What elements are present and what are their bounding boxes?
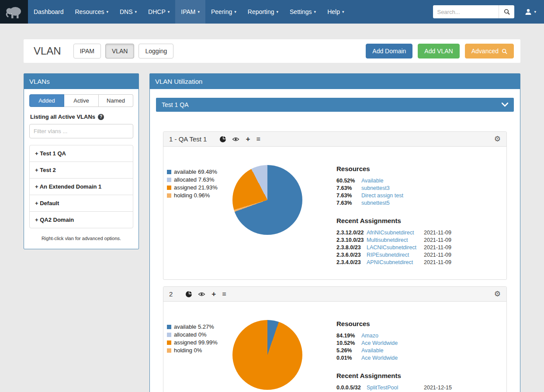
- pie-chart: [232, 320, 302, 390]
- plus-icon[interactable]: +: [246, 135, 250, 143]
- add-domain-button[interactable]: Add Domain: [366, 44, 412, 58]
- vlan-list-item[interactable]: + QA2 Domain: [30, 212, 133, 228]
- nav-item-peering[interactable]: Peering▾: [205, 0, 242, 24]
- assignments-list: 2.3.12.0/22AfriNICsubnetdirect2021-11-09…: [336, 229, 502, 266]
- assignment-link[interactable]: SplitTestPool: [367, 384, 424, 392]
- nav-item-label: IPAM: [181, 8, 195, 15]
- resource-link[interactable]: Available: [361, 347, 384, 354]
- resource-link[interactable]: subnettest3: [361, 185, 390, 192]
- resource-link[interactable]: Amazo: [361, 332, 378, 340]
- navbar: DashboardResources▾DNS▾DHCP▾IPAM▾Peering…: [0, 0, 544, 24]
- segment-named[interactable]: Named: [99, 94, 133, 107]
- pie-chart-icon[interactable]: [220, 136, 226, 142]
- vlan-list-item[interactable]: + Test 1 QA: [30, 145, 133, 162]
- segment-added[interactable]: Added: [29, 94, 64, 107]
- listing-label: Listing all Active VLANs: [30, 113, 95, 120]
- domain-section-header[interactable]: Test 1 QA: [156, 98, 514, 112]
- assignment-cidr: 2.3.12.0/22: [336, 229, 367, 237]
- menu-icon[interactable]: ≡: [256, 136, 260, 143]
- tab-logging[interactable]: Logging: [139, 44, 173, 58]
- search-input[interactable]: [433, 5, 499, 18]
- app-logo[interactable]: [0, 0, 28, 24]
- assignment-link[interactable]: Multisubnetdirect: [367, 237, 424, 244]
- tab-ipam[interactable]: IPAM: [73, 44, 101, 58]
- nav-item-label: Settings: [290, 8, 312, 15]
- assignment-cidr: 2.3.10.0/23: [336, 237, 367, 244]
- assignment-link[interactable]: LACNICsubnetdirect: [367, 244, 424, 251]
- nav-item-label: DNS: [120, 8, 133, 15]
- resources-list: 84.19%Amazo10.52%Ace Worldwide5.26%Avail…: [336, 332, 502, 362]
- legend-label: available 69.48%: [174, 168, 217, 175]
- nav-item-label: Peering: [211, 8, 232, 15]
- card-title: 1 - QA Test 1: [169, 135, 207, 143]
- add-vlan-button[interactable]: Add VLAN: [418, 44, 459, 58]
- tab-vlan[interactable]: VLAN: [105, 44, 135, 58]
- search-icon: [502, 48, 507, 54]
- assignments-list: 0.0.0.5/32SplitTestPool2021-12-150.0.0.6…: [336, 384, 502, 392]
- assignment-link[interactable]: APNICsubnetdirect: [367, 259, 424, 266]
- vlan-card-body: available 69.48%allocated 7.63%assigned …: [163, 147, 506, 279]
- resource-row: 10.52%Ace Worldwide: [336, 340, 502, 347]
- domain-section-title: Test 1 QA: [162, 101, 188, 108]
- eye-icon[interactable]: [198, 292, 205, 297]
- legend-item: assigned 21.93%: [167, 184, 232, 191]
- recent-assignments-heading: Recent Assignments: [336, 372, 502, 379]
- resource-percent: 7.63%: [336, 185, 361, 192]
- nav-item-settings[interactable]: Settings▾: [284, 0, 322, 24]
- search-button[interactable]: [499, 5, 514, 18]
- vlan-filter-segments: AddedActiveNamed: [29, 94, 133, 107]
- user-menu[interactable]: ▾: [520, 8, 541, 15]
- vlan-list-item[interactable]: + Test 2: [30, 162, 133, 179]
- vlan-list-item[interactable]: + An Extended Domain 1: [30, 179, 133, 195]
- nav-item-label: Resources: [75, 8, 104, 15]
- nav-item-ipam[interactable]: IPAM▾: [175, 0, 205, 24]
- legend-item: available 69.48%: [167, 168, 232, 175]
- nav-item-dashboard[interactable]: Dashboard: [28, 0, 69, 24]
- resource-link[interactable]: Available: [361, 177, 384, 185]
- content-columns: VLANs AddedActiveNamed Listing all Activ…: [24, 73, 520, 392]
- resource-percent: 5.26%: [336, 347, 361, 354]
- assignment-row: 2.3.6.0/23RIPEsubnetdirect2021-11-09: [336, 251, 502, 259]
- assignment-link[interactable]: RIPEsubnetdirect: [367, 251, 424, 259]
- pie-legend: available 69.48%allocated 7.63%assigned …: [167, 168, 232, 200]
- resource-link[interactable]: Ace Worldwide: [361, 340, 398, 347]
- assignment-row: 2.3.12.0/22AfriNICsubnetdirect2021-11-09: [336, 229, 502, 237]
- resource-link[interactable]: subnettest5: [361, 199, 390, 207]
- legend-label: available 5.27%: [174, 323, 214, 330]
- chevron-down-icon: ▾: [135, 10, 137, 14]
- nav-item-resources[interactable]: Resources▾: [69, 0, 114, 24]
- gear-icon[interactable]: ⚙: [494, 290, 501, 298]
- assignment-cidr: 2.3.8.0/23: [336, 244, 367, 251]
- help-icon[interactable]: ?: [98, 114, 104, 120]
- resource-row: 0.01%Ace Worldwide: [336, 354, 502, 362]
- menu-icon[interactable]: ≡: [222, 291, 226, 298]
- vlan-list: + Test 1 QA+ Test 2+ An Extended Domain …: [29, 145, 133, 228]
- resource-link[interactable]: Ace Worldwide: [361, 354, 398, 362]
- header-actions: Add DomainAdd VLANAdvanced: [366, 44, 514, 58]
- advanced-button[interactable]: Advanced: [465, 44, 514, 58]
- card-toolbar: + ≡: [186, 290, 226, 298]
- nav-item-help[interactable]: Help▾: [322, 0, 350, 24]
- nav-item-dhcp[interactable]: DHCP▾: [142, 0, 175, 24]
- gear-icon[interactable]: ⚙: [494, 135, 501, 143]
- resource-link[interactable]: Direct assign test: [361, 192, 403, 199]
- pie-chart-icon[interactable]: [186, 291, 192, 297]
- nav-item-dns[interactable]: DNS▾: [114, 0, 142, 24]
- segment-active[interactable]: Active: [64, 94, 99, 107]
- chevron-down-icon[interactable]: [502, 103, 508, 107]
- eye-icon[interactable]: [232, 137, 239, 142]
- resources-list: 60.52%Available7.63%subnettest37.63%Dire…: [336, 177, 502, 207]
- sidebar-footer-note: Right-click vlan for advanced options.: [29, 236, 133, 241]
- page-header: VLAN IPAMVLANLogging Add DomainAdd VLANA…: [24, 39, 520, 63]
- assignment-date: 2021-11-09: [424, 259, 502, 266]
- assignment-link[interactable]: AfriNICsubnetdirect: [367, 229, 424, 237]
- vlan-list-item[interactable]: + Default: [30, 195, 133, 212]
- legend-label: allocated 0%: [174, 331, 206, 338]
- vlans-panel: VLANs AddedActiveNamed Listing all Activ…: [24, 73, 139, 249]
- vlan-filter-input[interactable]: [29, 124, 133, 138]
- nav-item-reporting[interactable]: Reporting▾: [242, 0, 284, 24]
- assignment-cidr: 2.3.6.0/23: [336, 251, 367, 259]
- resource-percent: 7.63%: [336, 199, 361, 207]
- plus-icon[interactable]: +: [211, 290, 216, 298]
- vlan-card: 2 + ≡ ⚙ available 5.27%allocated 0%assig…: [163, 286, 507, 392]
